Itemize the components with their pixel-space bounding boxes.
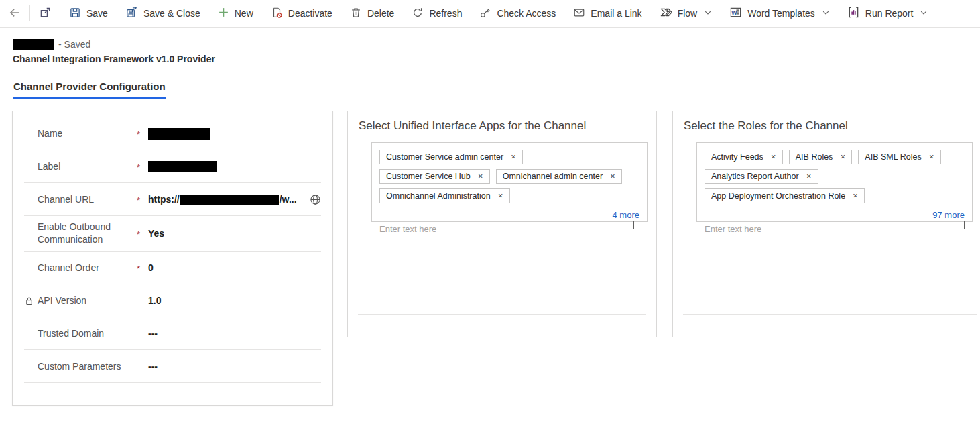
apps-multiselect-input[interactable]: Customer Service admin center✕ Customer …: [371, 142, 648, 222]
trash-icon: [350, 7, 362, 21]
record-form-page: Save Save & Close New Deactivate Delete: [0, 0, 980, 438]
word-templates-label: Word Templates: [747, 8, 815, 19]
flow-button[interactable]: Flow: [651, 0, 721, 27]
tag[interactable]: AIB Roles✕: [789, 150, 853, 164]
refresh-button[interactable]: Refresh: [403, 0, 471, 27]
chevron-down-icon[interactable]: [920, 8, 928, 19]
tab-channel-provider-configuration[interactable]: Channel Provider Configuration: [13, 80, 166, 99]
check-access-label: Check Access: [497, 8, 556, 19]
key-icon: [479, 7, 491, 21]
field-label-trusted-domain: Trusted Domain: [38, 327, 137, 340]
tag[interactable]: Analytics Report Author✕: [705, 169, 818, 184]
field-value-custom-parameters[interactable]: ---: [148, 361, 321, 372]
field-label-enable-outbound: Enable Outbound Communication: [38, 221, 137, 246]
run-report-button[interactable]: Run Report: [839, 0, 937, 27]
tag-remove-button[interactable]: ✕: [840, 154, 845, 160]
new-button[interactable]: New: [209, 0, 262, 27]
url-prefix: https://: [148, 194, 180, 205]
roles-more-link[interactable]: 97 more: [932, 210, 965, 220]
redacted-value: [180, 195, 279, 205]
save-and-close-icon: [125, 6, 138, 21]
redacted-record-name: [13, 39, 54, 50]
required-marker: *: [137, 228, 148, 239]
save-and-close-label: Save & Close: [143, 8, 200, 19]
tag[interactable]: Customer Service Hub✕: [379, 169, 490, 184]
tag-label: Activity Feeds: [711, 152, 763, 162]
lock-icon: [24, 296, 38, 306]
required-marker: *: [137, 194, 148, 205]
form-row-name: Name *: [24, 118, 321, 150]
word-templates-button[interactable]: W Word Templates: [721, 0, 839, 27]
form-row-channel-url: Channel URL * https:///w...: [24, 183, 321, 216]
tag-remove-button[interactable]: ✕: [478, 173, 483, 180]
command-bar: Save Save & Close New Deactivate Delete: [0, 0, 980, 28]
form-row-label: Label *: [24, 150, 321, 183]
general-form-section: Name * Label * Channel URL * https:///w.…: [12, 111, 333, 406]
field-label-channel-order: Channel Order: [38, 262, 137, 274]
field-value-name[interactable]: [148, 128, 321, 140]
field-value-api-version: 1.0: [148, 295, 321, 306]
form-tabs: Channel Provider Configuration: [13, 80, 166, 99]
field-label-name: Name: [38, 127, 137, 140]
tag-remove-button[interactable]: ✕: [929, 154, 934, 160]
globe-icon: [310, 194, 321, 205]
section-divider: [358, 314, 646, 315]
apps-input-placeholder[interactable]: Enter text here: [379, 224, 436, 234]
tag-remove-button[interactable]: ✕: [806, 173, 812, 180]
save-label: Save: [86, 8, 108, 19]
field-label-channel-url: Channel URL: [38, 193, 137, 206]
roles-tag-list: Activity Feeds✕ AIB Roles✕ AIB SML Roles…: [705, 148, 965, 206]
tag-remove-button[interactable]: ✕: [511, 154, 516, 160]
field-value-label[interactable]: [148, 161, 321, 172]
apps-more-link[interactable]: 4 more: [613, 210, 639, 220]
tag-remove-button[interactable]: ✕: [610, 173, 615, 180]
form-row-trusted-domain: Trusted Domain ---: [24, 317, 321, 350]
required-marker: *: [137, 262, 148, 274]
email-a-link-button[interactable]: Email a Link: [564, 0, 650, 27]
tag-remove-button[interactable]: ✕: [771, 154, 776, 160]
field-value-trusted-domain[interactable]: ---: [148, 328, 321, 339]
entity-type-label: Channel Integration Framework v1.0 Provi…: [13, 54, 215, 64]
tag[interactable]: AIB SML Roles✕: [858, 150, 940, 164]
roles-panel-title: Select the Roles for the Channel: [673, 111, 980, 133]
chevron-down-icon[interactable]: [704, 8, 712, 19]
deactivate-button[interactable]: Deactivate: [262, 0, 341, 27]
new-label: New: [235, 8, 253, 19]
refresh-icon: [412, 7, 424, 21]
run-report-label: Run Report: [865, 8, 914, 19]
tag-label: App Deployment Orchestration Role: [711, 191, 845, 201]
back-button[interactable]: [0, 0, 29, 27]
email-a-link-label: Email a Link: [591, 8, 641, 19]
field-label-label: Label: [38, 160, 137, 173]
tag[interactable]: Customer Service admin center✕: [379, 150, 523, 164]
tag-label: Omnichannel admin center: [503, 172, 603, 181]
redacted-value: [148, 161, 217, 172]
tag-label: Customer Service Hub: [386, 172, 471, 181]
unknown-glyph-icon: [633, 221, 639, 229]
section-divider: [683, 314, 977, 315]
check-access-button[interactable]: Check Access: [471, 0, 564, 27]
save-button[interactable]: Save: [60, 0, 117, 27]
field-value-channel-order[interactable]: 0: [148, 262, 321, 273]
chevron-down-icon[interactable]: [822, 8, 830, 19]
tag-remove-button[interactable]: ✕: [498, 193, 503, 199]
delete-button[interactable]: Delete: [341, 0, 403, 27]
tag[interactable]: App Deployment Orchestration Role✕: [705, 188, 865, 203]
field-value-enable-outbound[interactable]: Yes: [148, 228, 321, 239]
form-row-enable-outbound: Enable Outbound Communication * Yes: [24, 216, 321, 252]
flow-icon: [660, 6, 672, 21]
tag-label: Customer Service admin center: [386, 152, 503, 162]
roles-input-placeholder[interactable]: Enter text here: [705, 224, 761, 234]
tag[interactable]: Activity Feeds✕: [705, 150, 783, 164]
roles-panel: Select the Roles for the Channel Activit…: [672, 111, 980, 337]
field-label-custom-parameters: Custom Parameters: [38, 360, 137, 373]
popout-icon: [39, 6, 52, 21]
roles-multiselect-input[interactable]: Activity Feeds✕ AIB Roles✕ AIB SML Roles…: [696, 142, 973, 222]
save-and-close-button[interactable]: Save & Close: [117, 0, 209, 27]
tag-remove-button[interactable]: ✕: [853, 193, 858, 199]
tag[interactable]: Omnichannel Administration✕: [379, 188, 510, 203]
tag[interactable]: Omnichannel admin center✕: [496, 169, 622, 184]
popout-button[interactable]: [30, 0, 60, 27]
redacted-value: [148, 128, 210, 140]
field-value-channel-url[interactable]: https:///w...: [148, 194, 321, 205]
